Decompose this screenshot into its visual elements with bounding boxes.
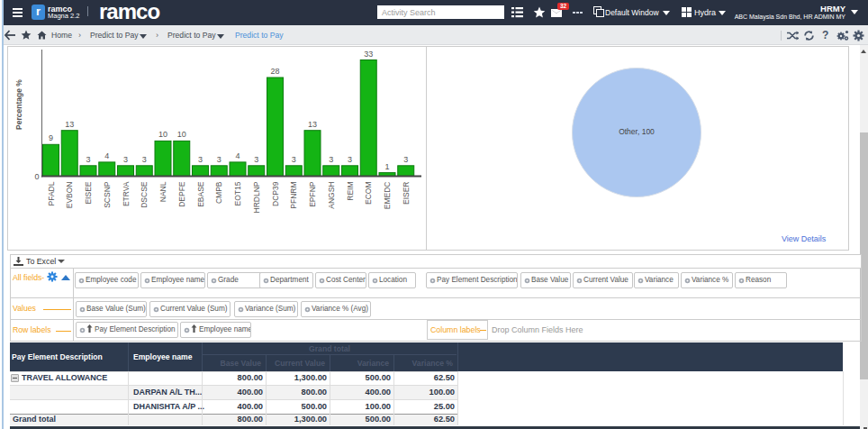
- svg-text:DCP39: DCP39: [271, 181, 280, 206]
- svg-text:ANGSH: ANGSH: [327, 182, 336, 209]
- svg-text:DEPFE: DEPFE: [177, 181, 186, 207]
- svg-text:ECOM: ECOM: [364, 182, 373, 205]
- svg-text:28: 28: [270, 67, 279, 76]
- svg-text:SCSNP: SCSNP: [103, 181, 112, 208]
- svg-text:CMPB: CMPB: [214, 181, 223, 204]
- svg-text:3: 3: [217, 155, 222, 164]
- svg-text:PFADL: PFADL: [47, 181, 56, 205]
- svg-text:33: 33: [364, 50, 373, 59]
- svg-text:EBASE: EBASE: [196, 181, 205, 207]
- svg-text:HRDLNP: HRDLNP: [252, 181, 261, 213]
- svg-text:EPFNP: EPFNP: [308, 181, 317, 207]
- svg-text:13: 13: [308, 120, 317, 129]
- svg-text:3: 3: [86, 155, 90, 164]
- svg-text:3: 3: [198, 155, 203, 164]
- svg-text:10: 10: [158, 130, 167, 139]
- svg-text:3: 3: [254, 155, 258, 164]
- svg-text:3: 3: [292, 155, 296, 164]
- svg-text:3: 3: [123, 155, 128, 164]
- svg-text:EMEDC: EMEDC: [383, 182, 392, 210]
- svg-text:1: 1: [384, 162, 389, 171]
- svg-text:NANL: NANL: [158, 181, 167, 202]
- svg-text:EVBON: EVBON: [65, 182, 74, 209]
- svg-text:0: 0: [34, 172, 39, 181]
- svg-text:4: 4: [235, 151, 240, 160]
- svg-text:EISEE: EISEE: [84, 181, 93, 204]
- svg-text:EISER: EISER: [402, 182, 411, 205]
- svg-text:13: 13: [65, 120, 74, 129]
- svg-text:PFNRM: PFNRM: [289, 182, 298, 209]
- svg-text:Percentage %: Percentage %: [14, 79, 23, 130]
- svg-text:REIM: REIM: [346, 182, 355, 201]
- svg-text:10: 10: [177, 130, 186, 139]
- svg-text:9: 9: [49, 133, 53, 142]
- svg-text:3: 3: [329, 155, 333, 164]
- svg-text:3: 3: [403, 155, 408, 164]
- svg-text:3: 3: [142, 155, 147, 164]
- svg-text:ETRVA: ETRVA: [122, 181, 131, 206]
- svg-text:4: 4: [104, 151, 109, 160]
- svg-text:EOT15: EOT15: [233, 181, 242, 205]
- svg-text:3: 3: [348, 155, 352, 164]
- svg-text:DSCSE: DSCSE: [140, 181, 149, 208]
